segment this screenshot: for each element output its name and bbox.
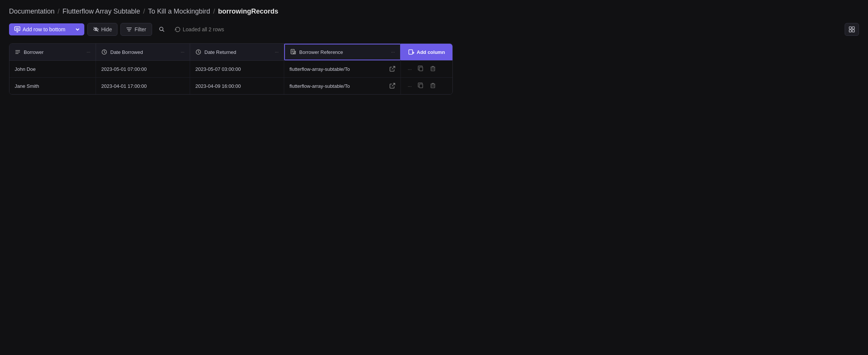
row-duplicate-button-2[interactable] xyxy=(416,81,426,91)
table-header: Borrower ··· Date Borrowed ··· Date Retu… xyxy=(9,44,452,61)
external-link-icon-2[interactable] xyxy=(389,83,395,89)
col-menu-date-returned[interactable]: ··· xyxy=(272,49,279,55)
row-delete-button-2[interactable] xyxy=(428,81,438,91)
cell-date-returned-1: 2023-05-07 03:00:00 xyxy=(190,61,284,77)
external-link-icon-1[interactable] xyxy=(389,66,395,72)
row-more-button-1[interactable]: ··· xyxy=(405,65,414,73)
svg-point-10 xyxy=(160,27,163,31)
ref-text-1: flutterflow-array-subtable/To xyxy=(289,66,387,72)
col-header-date-borrowed[interactable]: Date Borrowed ··· xyxy=(96,44,190,60)
svg-line-27 xyxy=(392,66,395,69)
svg-rect-0 xyxy=(15,27,20,31)
col-label-date-borrowed: Date Borrowed xyxy=(110,49,143,55)
grid-icon xyxy=(849,26,855,32)
filter-button[interactable]: Filter xyxy=(120,23,152,36)
filter-icon xyxy=(126,26,132,32)
row-actions-2: ··· xyxy=(401,78,443,94)
add-row-button[interactable]: Add row to bottom xyxy=(9,23,71,35)
add-column-label: Add column xyxy=(417,49,445,55)
refresh-icon xyxy=(175,26,181,32)
breadcrumb-separator-3: / xyxy=(213,8,215,15)
cell-borrower-2: Jane Smith xyxy=(9,78,96,94)
col-header-date-returned[interactable]: Date Returned ··· xyxy=(190,44,284,60)
svg-line-32 xyxy=(392,83,395,86)
breadcrumb-item-1[interactable]: Documentation xyxy=(9,8,55,15)
hide-label: Hide xyxy=(101,26,112,32)
search-button[interactable] xyxy=(155,23,169,35)
hide-button[interactable]: Hide xyxy=(87,23,118,36)
add-row-wrapper: Add row to bottom xyxy=(9,23,84,35)
breadcrumb: Documentation / Flutterflow Array Subtab… xyxy=(9,8,859,15)
duplicate-icon-2 xyxy=(418,83,424,89)
search-icon xyxy=(159,26,165,32)
cell-date-borrowed-2: 2023-04-01 17:00:00 xyxy=(96,78,190,94)
cell-date-borrowed-1: 2023-05-01 07:00:00 xyxy=(96,61,190,77)
delete-icon-2 xyxy=(430,83,436,89)
toolbar: Add row to bottom Hide Fi xyxy=(9,23,859,36)
add-column-icon xyxy=(408,49,414,55)
add-column-button[interactable]: Add column xyxy=(401,44,452,60)
date-borrowed-col-icon xyxy=(101,49,107,55)
cell-date-returned-2: 2023-04-09 16:00:00 xyxy=(190,78,284,94)
breadcrumb-item-4[interactable]: borrowingRecords xyxy=(218,8,278,15)
svg-rect-28 xyxy=(419,67,423,71)
delete-icon-1 xyxy=(430,66,436,72)
cell-borrower-ref-2[interactable]: flutterflow-array-subtable/To xyxy=(284,78,401,94)
breadcrumb-item-2[interactable]: Flutterflow Array Subtable xyxy=(62,8,140,15)
add-row-label: Add row to bottom xyxy=(23,26,65,32)
add-row-split-button[interactable] xyxy=(71,23,84,35)
svg-rect-12 xyxy=(849,27,851,29)
col-label-borrower-reference: Borrower Reference xyxy=(299,49,343,55)
row-actions-1: ··· xyxy=(401,61,443,77)
svg-rect-34 xyxy=(431,84,435,88)
svg-rect-24 xyxy=(409,50,413,54)
add-row-icon xyxy=(14,26,20,32)
row-duplicate-button-1[interactable] xyxy=(416,64,426,74)
svg-rect-29 xyxy=(431,67,435,71)
hide-icon xyxy=(93,26,99,32)
svg-rect-14 xyxy=(849,30,851,32)
page: Documentation / Flutterflow Array Subtab… xyxy=(0,0,868,102)
table-row: John Doe 2023-05-01 07:00:00 2023-05-07 … xyxy=(9,61,452,78)
data-table: Borrower ··· Date Borrowed ··· Date Retu… xyxy=(9,43,453,95)
grid-view-button[interactable] xyxy=(845,23,859,36)
date-returned-col-icon xyxy=(195,49,201,55)
row-more-button-2[interactable]: ··· xyxy=(405,82,414,90)
borrower-ref-col-icon xyxy=(290,49,296,55)
duplicate-icon-1 xyxy=(418,66,424,72)
svg-line-11 xyxy=(163,30,164,32)
svg-rect-15 xyxy=(852,30,854,32)
borrower-col-icon xyxy=(15,49,21,55)
svg-rect-13 xyxy=(852,27,854,29)
col-label-date-returned: Date Returned xyxy=(204,49,236,55)
status-text: Loaded all 2 rows xyxy=(172,26,227,32)
ref-text-2: flutterflow-array-subtable/To xyxy=(289,83,387,89)
col-menu-date-borrowed[interactable]: ··· xyxy=(178,49,184,55)
col-menu-borrower-reference[interactable]: ··· xyxy=(388,49,395,55)
col-menu-borrower[interactable]: ··· xyxy=(84,49,90,55)
breadcrumb-separator-1: / xyxy=(58,8,59,15)
row-delete-button-1[interactable] xyxy=(428,64,438,74)
col-label-borrower: Borrower xyxy=(24,49,44,55)
chevron-down-icon xyxy=(75,26,81,32)
cell-borrower-1: John Doe xyxy=(9,61,96,77)
col-header-borrower[interactable]: Borrower ··· xyxy=(9,44,96,60)
breadcrumb-separator-2: / xyxy=(143,8,145,15)
table-row: Jane Smith 2023-04-01 17:00:00 2023-04-0… xyxy=(9,78,452,94)
filter-label: Filter xyxy=(134,26,146,32)
svg-rect-33 xyxy=(419,84,423,88)
col-header-borrower-reference[interactable]: Borrower Reference ··· xyxy=(284,44,401,60)
cell-borrower-ref-1[interactable]: flutterflow-array-subtable/To xyxy=(284,61,401,77)
breadcrumb-item-3[interactable]: To Kill a Mockingbird xyxy=(148,8,210,15)
